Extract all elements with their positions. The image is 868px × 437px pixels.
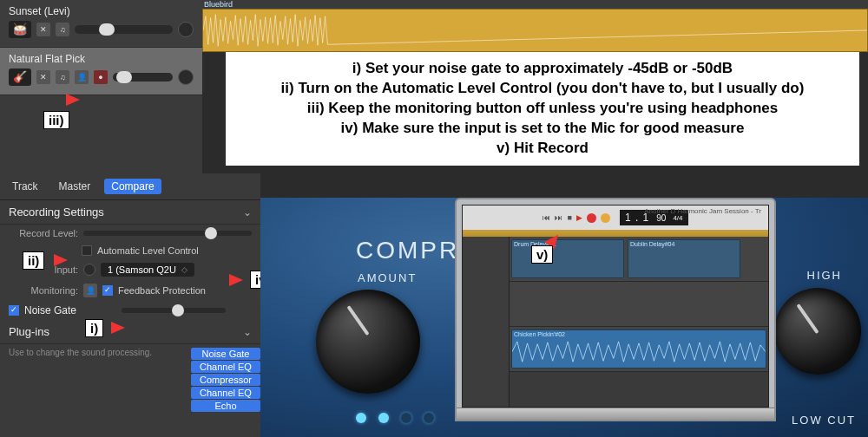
amount-knob[interactable] [316,290,420,394]
feedback-label: Feedback Protection [118,285,206,296]
annotation-arrow [54,254,68,266]
laptop-inset: Another D Harmonic Jam Session - Tr ⏮ ⏭ … [455,198,776,421]
record-level-slider[interactable] [83,231,252,236]
plugin-list: Noise Gate Channel EQ Compressor Channel… [0,344,260,416]
track-name: Sunset (Levi) [9,5,194,17]
annotation-label: ii) [23,251,44,270]
pan-knob[interactable] [178,22,194,37]
stop-button[interactable]: ■ [567,213,571,222]
track-row[interactable]: Sunset (Levi) 🥁 ✕ ♫ [0,0,202,48]
instruction-line: iii) Keep the monitoring button off unle… [238,99,847,119]
track-lane[interactable]: Chicken Pickin'#02 [510,327,768,372]
ruler[interactable] [463,230,768,237]
mute-button[interactable]: ✕ [36,23,50,36]
amount-label: AMOUNT [358,271,417,284]
plugin-slot[interactable]: Noise Gate [191,348,260,360]
annotation-label: i) [85,319,103,337]
svg-rect-0 [203,10,867,51]
timeline[interactable]: Bluebird [202,0,868,52]
led-meter [356,413,434,423]
monitoring-label: Monitoring: [16,285,78,296]
tab-track[interactable]: Track [5,179,45,194]
input-value: 1 (Samson Q2U [108,264,176,275]
arrangement-area[interactable]: Drum Delay#01 Dublin Delay#04 Chicken Pi… [463,237,768,407]
noise-gate-checkbox[interactable] [9,305,19,316]
chevron-down-icon: ⌄ [243,206,252,218]
track-lane[interactable] [510,282,768,327]
high-knob[interactable] [774,288,861,375]
track-headers[interactable] [463,237,510,407]
instruction-line: iv) Make sure the input is set to the Mi… [238,119,847,139]
monitor-button[interactable]: 👤 [75,70,89,84]
instrument-icon: 🎸 [9,68,31,86]
plugin-slot[interactable]: Channel EQ [191,387,260,399]
annotation-arrow [66,94,80,106]
instruction-line: v) Hit Record [238,139,847,159]
annotation-label: v) [531,245,553,264]
annotation-arrow [229,274,243,286]
volume-slider[interactable] [75,25,173,34]
midi-clip[interactable]: Drum Delay#01 [511,239,624,278]
annotation-label: iii) [43,111,69,129]
laptop-screen: Another D Harmonic Jam Session - Tr ⏮ ⏭ … [462,205,769,408]
midi-clip[interactable]: Dublin Delay#04 [628,239,740,278]
alc-checkbox[interactable] [82,245,92,256]
project-title: Another D Harmonic Jam Session - Tr [644,207,761,215]
play-button[interactable]: ▶ [576,213,582,222]
chevron-down-icon: ⌄ [243,326,252,338]
noise-gate-slider[interactable] [122,308,226,313]
select-caret-icon: ◇ [181,265,187,274]
alc-label: Automatic Level Control [97,245,199,256]
forward-button[interactable]: ⏭ [555,213,562,222]
input-select[interactable]: 1 (Samson Q2U ◇ [101,263,194,277]
plugin-slot[interactable]: Compressor [191,374,260,386]
instrument-icon: 🥁 [9,21,31,38]
headphone-icon[interactable]: ♫ [56,70,69,84]
transport-bar: Another D Harmonic Jam Session - Tr ⏮ ⏭ … [463,205,768,230]
compare-button[interactable]: Compare [104,179,161,194]
noise-gate-label: Noise Gate [24,304,76,316]
audio-clip[interactable]: Chicken Pickin'#02 [511,329,766,369]
section-title: Recording Settings [9,205,104,218]
plugin-slot[interactable]: Echo [191,400,260,412]
laptop-base [457,408,774,420]
plugins-header[interactable]: Plug-ins ⌄ [0,320,260,344]
high-label: HIGH [807,269,843,282]
record-button[interactable] [587,213,596,223]
recording-settings-header[interactable]: Recording Settings ⌄ [0,200,260,225]
pan-knob[interactable] [178,69,194,85]
feedback-checkbox[interactable] [102,285,113,296]
instructions-overlay: i) Set your noise gate to approximately … [226,52,859,166]
monitoring-button[interactable]: 👤 [83,284,97,297]
smart-controls-panel: Track Master Compare Recording Settings … [0,173,260,437]
track-list: Sunset (Levi) 🥁 ✕ ♫ Natural Flat Pick 🎸 … [0,0,202,173]
audio-clip[interactable] [202,9,868,52]
tab-master[interactable]: Master [52,179,98,194]
plugin-slot[interactable]: Channel EQ [191,361,260,373]
lowcut-label: LOW CUT [792,414,856,427]
volume-slider[interactable] [113,73,173,82]
record-enable-button[interactable]: ● [94,70,108,84]
annotation-arrow [111,322,125,334]
mute-button[interactable]: ✕ [36,70,50,84]
instruction-line: i) Set your noise gate to approximately … [238,59,847,79]
rewind-button[interactable]: ⏮ [542,213,550,222]
track-name: Natural Flat Pick [9,53,194,65]
input-indicator-icon [83,264,95,276]
instruction-line: ii) Turn on the Automatic Level Control … [238,79,847,99]
headphone-icon[interactable]: ♫ [56,23,69,36]
cycle-button[interactable] [601,213,610,223]
record-level-label: Record Level: [16,228,78,238]
section-title: Plug-ins [9,325,49,338]
clip-label: Bluebird [204,0,233,9]
track-row[interactable]: Natural Flat Pick 🎸 ✕ ♫ 👤 ● [0,48,202,95]
